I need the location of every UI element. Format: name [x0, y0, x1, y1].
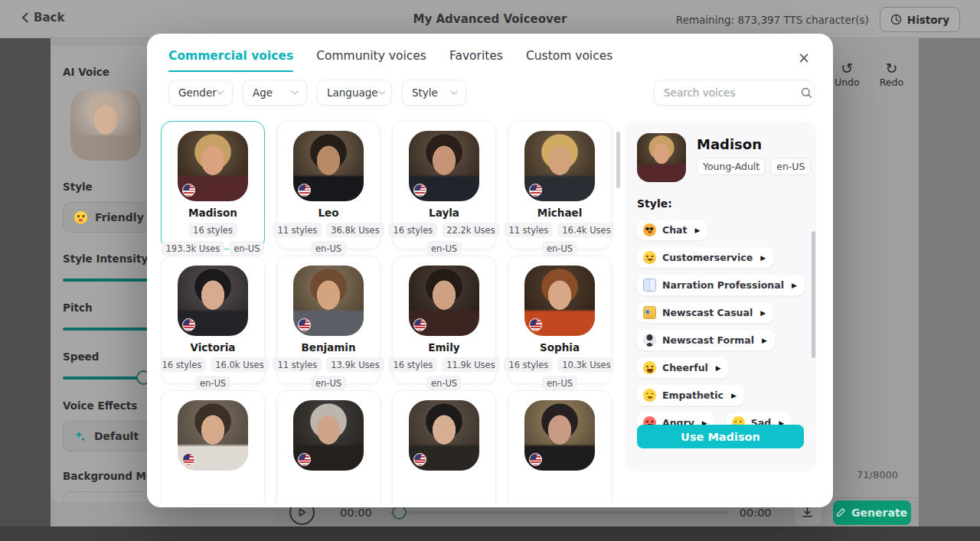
age-badge: Young-Adult	[697, 158, 766, 175]
play-style-icon[interactable]: ▶	[716, 364, 721, 372]
tab-custom-voices[interactable]: Custom voices	[526, 49, 612, 72]
styles-badge: 11 styles	[504, 223, 553, 237]
undo-icon: ↺	[841, 61, 853, 76]
blushing-face-emoji-icon	[643, 251, 656, 264]
voice-name: Leo	[318, 207, 338, 219]
undo-button[interactable]: ↺ Undo	[835, 61, 860, 88]
us-flag-icon	[298, 453, 311, 466]
gender-filter-label: Gender	[178, 86, 217, 99]
redo-icon: ↻	[885, 61, 897, 76]
voice-card-leo[interactable]: Leo 11 styles 36.8k Uses en-US	[276, 121, 381, 249]
uses-badge: 193.3k Uses	[162, 241, 225, 256]
voice-avatar	[409, 131, 479, 201]
voice-card-layla[interactable]: Layla 16 styles 22.2k Uses en-US	[392, 121, 496, 249]
voice-card-sophia[interactable]: Sophia 16 styles 10.3k Uses en-US	[508, 256, 612, 384]
language-badge: en-US	[426, 376, 462, 390]
style-chip-label: Narration Professional	[662, 279, 784, 291]
modal-header: Commercial voices Community voices Favor…	[147, 34, 833, 72]
language-badge: en-US	[311, 241, 346, 256]
search-icon	[801, 87, 812, 99]
duration-time: 00:00	[740, 507, 772, 519]
play-style-icon[interactable]: ▶	[762, 337, 767, 344]
sunglasses-face-emoji-icon	[643, 223, 656, 236]
top-bar: Back My Advanced Voiceover Remaining: 87…	[0, 0, 980, 38]
chevron-down-icon	[291, 90, 299, 95]
voice-effects-value: Default	[94, 430, 139, 442]
grid-scrollbar[interactable]	[616, 132, 620, 188]
style-chip-cheerful[interactable]: Cheerful ▶	[637, 357, 729, 378]
book-emoji-icon	[643, 279, 656, 292]
voice-card-partial[interactable]	[392, 390, 496, 504]
style-chip-narration-professional[interactable]: Narration Professional ▶	[637, 275, 805, 295]
play-style-icon[interactable]: ▶	[760, 309, 766, 317]
style-chip-empathetic[interactable]: Empathetic ▶	[637, 385, 744, 406]
us-flag-icon	[182, 453, 195, 466]
voice-name: Emily	[428, 341, 459, 354]
redo-button[interactable]: ↻ Redo	[880, 61, 903, 88]
style-chip-newscast-formal[interactable]: Newscast Formal ▶	[637, 330, 775, 350]
top-bar-right: Remaining: 873,397 TTS character(s) Hist…	[676, 7, 960, 32]
style-filter-dropdown[interactable]: Style	[402, 80, 466, 106]
play-style-icon[interactable]: ▶	[694, 227, 700, 234]
us-flag-icon	[298, 184, 311, 197]
voice-name: Layla	[429, 207, 459, 219]
styles-badge: 11 styles	[273, 223, 322, 237]
voice-card-partial[interactable]	[508, 390, 612, 504]
voice-card-victoria[interactable]: Victoria 16 styles 16.0k Uses en-US	[161, 256, 265, 384]
voice-card-partial[interactable]	[161, 390, 265, 504]
style-chip-label: Cheerful	[662, 362, 708, 373]
voice-avatar	[409, 400, 479, 471]
styles-badge: 16 styles	[388, 223, 437, 237]
style-heading: Style:	[637, 197, 804, 210]
close-icon[interactable]: ×	[793, 49, 815, 67]
tab-commercial-voices[interactable]: Commercial voices	[168, 49, 293, 72]
style-list-scrollbar[interactable]	[812, 231, 815, 358]
voiceover-app: Back My Advanced Voiceover Remaining: 87…	[0, 0, 980, 541]
voice-card-benjamin[interactable]: Benjamin 11 styles 13.9k Uses en-US	[276, 256, 381, 384]
search-input[interactable]	[664, 86, 795, 99]
voice-name: Benjamin	[301, 341, 355, 354]
language-badge: en-US	[770, 158, 811, 175]
us-flag-icon	[529, 453, 542, 466]
detail-voice-name: Madison	[697, 136, 811, 152]
voice-avatar	[293, 131, 364, 201]
us-flag-icon	[413, 453, 426, 466]
undo-label: Undo	[835, 77, 860, 88]
play-style-icon[interactable]: ▶	[760, 254, 766, 262]
language-filter-label: Language	[327, 86, 378, 99]
tab-community-voices[interactable]: Community voices	[316, 49, 426, 72]
seek-slider[interactable]	[389, 511, 728, 514]
play-style-icon[interactable]: ▶	[792, 282, 797, 289]
language-filter-dropdown[interactable]: Language	[317, 80, 392, 106]
history-button[interactable]: History	[880, 7, 960, 32]
voice-card-emily[interactable]: Emily 16 styles 11.9k Uses en-US	[392, 256, 496, 384]
language-badge: en-US	[542, 376, 577, 390]
us-flag-icon	[182, 318, 195, 331]
tab-favorites[interactable]: Favorites	[449, 49, 503, 72]
chevron-down-icon	[378, 90, 386, 95]
style-chip-newscast-casual[interactable]: Newscast Casual ▶	[637, 302, 773, 323]
use-voice-button[interactable]: Use Madison	[637, 425, 804, 448]
generate-label: Generate	[851, 507, 907, 519]
style-chip-chat[interactable]: Chat ▶	[637, 220, 707, 240]
us-flag-icon	[413, 184, 426, 197]
voice-avatar	[293, 400, 364, 471]
uses-badge: 11.9k Uses	[442, 357, 499, 372]
voice-avatar	[524, 400, 595, 471]
gender-filter-dropdown[interactable]: Gender	[168, 80, 233, 106]
style-chip-customerservice[interactable]: Customerservice ▶	[637, 247, 773, 268]
us-flag-icon	[529, 184, 542, 197]
generate-button[interactable]: Generate	[833, 500, 911, 525]
us-flag-icon	[529, 318, 542, 331]
age-filter-dropdown[interactable]: Age	[243, 80, 307, 106]
voice-avatar	[524, 266, 595, 336]
style-chip-label: Customerservice	[662, 252, 753, 263]
style-chip-label: Empathetic	[662, 389, 724, 401]
voice-card-madison[interactable]: Madison 16 styles 193.3k Uses en-US	[161, 121, 265, 249]
play-style-icon[interactable]: ▶	[731, 392, 737, 399]
detail-avatar	[637, 133, 686, 182]
voice-name: Victoria	[191, 341, 236, 354]
styles-badge: 16 styles	[388, 357, 437, 372]
voice-card-michael[interactable]: Michael 11 styles 16.4k Uses en-US	[508, 121, 612, 249]
voice-card-partial[interactable]	[276, 390, 381, 504]
